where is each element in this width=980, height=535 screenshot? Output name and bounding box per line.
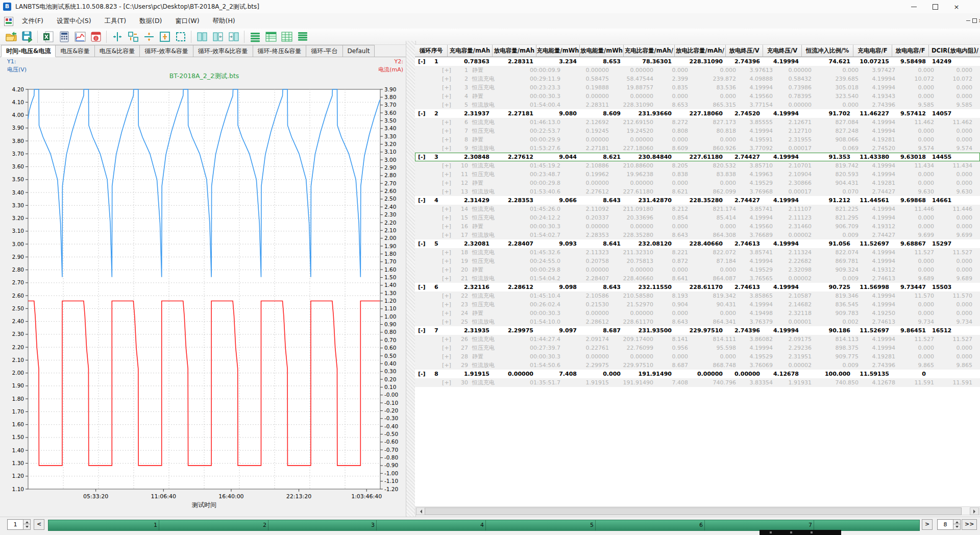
expand-icon[interactable]: [+] <box>440 205 453 213</box>
expand-icon[interactable]: [+] <box>440 213 453 222</box>
header-cell-7[interactable]: 放电终压/V <box>726 45 763 57</box>
tab-2[interactable]: 电压&比容量 <box>94 45 140 57</box>
expand-icon[interactable]: [+] <box>440 318 453 326</box>
tab-default[interactable]: Default <box>342 45 375 57</box>
step-row[interactable]: [+]29恒流放电01:54:50.62.29975229.975108.687… <box>415 361 980 370</box>
tab-4[interactable]: 循环-效率&比容量 <box>193 45 253 57</box>
expand-icon[interactable]: [+] <box>440 83 453 92</box>
step-row[interactable]: [+]15恒压充电00:24:12.20.2033720.336960.8548… <box>415 213 980 222</box>
step-row[interactable]: [+]27恒压充电00:27:39.70.2276122.760990.9569… <box>415 344 980 352</box>
tab-1[interactable]: 电压&容量 <box>55 45 94 57</box>
expand-icon[interactable]: [+] <box>440 170 453 179</box>
collapse-icon[interactable]: [-] <box>418 196 429 205</box>
expand-icon[interactable]: [+] <box>440 231 453 239</box>
right-spinner-down-icon[interactable] <box>953 524 961 530</box>
header-cell-0[interactable]: 循环序号 <box>415 45 448 57</box>
expand-icon[interactable]: [+] <box>440 161 453 170</box>
step-row[interactable]: [+]9恒流放电01:53:27.62.27181227.180608.6098… <box>415 144 980 153</box>
step-row[interactable]: [+]5恒流放电01:54:00.42.28311228.310908.6538… <box>415 101 980 109</box>
step-row[interactable]: [+]20静置00:00:29.80.000000.000000.0000.00… <box>415 265 980 274</box>
expand-icon[interactable]: [+] <box>440 335 453 344</box>
right-cycle-spinner[interactable]: 8 <box>937 519 953 530</box>
step-row[interactable]: [+]13恒流放电01:53:40.62.27612227.611808.621… <box>415 187 980 196</box>
prev-page-button[interactable]: < <box>34 519 44 530</box>
cycle-row[interactable]: [-]81.919150.000007.4080.000191.914900.0… <box>415 370 980 378</box>
expand-icon[interactable]: [+] <box>440 309 453 318</box>
cycle-row[interactable]: [-]62.321162.286129.0988.643232.11550228… <box>415 283 980 291</box>
tab-6[interactable]: 循环-平台 <box>306 45 342 57</box>
tab-3[interactable]: 循环-效率&容量 <box>139 45 193 57</box>
step-row[interactable]: [+]16静置00:00:30.30.000000.000000.0000.00… <box>415 222 980 231</box>
expand-icon[interactable]: [+] <box>440 179 453 187</box>
header-cell-9[interactable]: 恒流冲入比例/% <box>802 45 853 57</box>
step-row[interactable]: [+]3恒压充电00:23:23.30.1988819.887570.83583… <box>415 83 980 92</box>
step-row[interactable]: [+]6恒流充电01:46:13.02.12692212.691508.2728… <box>415 118 980 127</box>
step-row[interactable]: [+]14恒流充电01:45:26.02.11092211.091808.212… <box>415 205 980 213</box>
cycle-row[interactable]: [-]52.320812.284079.0938.641232.08120228… <box>415 239 980 248</box>
step-row[interactable]: [+]24静置00:00:30.30.000000.000000.0000.00… <box>415 309 980 318</box>
cycle-row[interactable]: [-]72.319352.299759.0978.687231.93500229… <box>415 326 980 335</box>
header-cell-3[interactable]: 充电能量/mWh <box>536 45 580 57</box>
step-row[interactable]: [+]26恒流充电01:44:27.42.09174209.174008.141… <box>415 335 980 344</box>
expand-icon[interactable]: [+] <box>440 257 453 265</box>
header-cell-10[interactable]: 充电电容/F <box>853 45 892 57</box>
step-row[interactable]: [+]12静置00:00:29.80.000000.000000.0000.00… <box>415 179 980 187</box>
header-cell-4[interactable]: 放电能量/mWh <box>580 45 624 57</box>
expand-icon[interactable]: [+] <box>440 291 453 300</box>
left-spinner-down-icon[interactable] <box>23 524 31 530</box>
panel-splitter[interactable] <box>406 41 416 517</box>
table-horizontal-scrollbar[interactable] <box>415 506 980 515</box>
expand-icon[interactable]: [+] <box>440 222 453 231</box>
expand-icon[interactable]: [+] <box>440 361 453 370</box>
cycle-row[interactable]: [-]10.783632.283113.2348.65378.36301228.… <box>415 57 980 66</box>
step-row[interactable]: [+]4静置00:00:30.30.000000.000000.0000.000… <box>415 92 980 101</box>
step-row[interactable]: [+]21恒流放电01:54:04.22.28407228.406608.641… <box>415 274 980 283</box>
expand-icon[interactable]: [+] <box>440 352 453 361</box>
next-page-button[interactable]: > <box>922 519 933 530</box>
step-row[interactable]: [+]2恒流充电00:29:11.90.5847558.475442.39923… <box>415 75 980 83</box>
expand-icon[interactable]: [+] <box>440 75 453 83</box>
cycle-row[interactable]: [-]42.314292.283539.0668.643231.42870228… <box>415 196 980 205</box>
expand-icon[interactable]: [+] <box>440 144 453 153</box>
step-row[interactable]: [+]1静置00:00:09.90.000000.000000.0000.000… <box>415 66 980 75</box>
step-row[interactable]: [+]11恒压充电00:23:48.70.1996219.962380.8388… <box>415 170 980 179</box>
step-row[interactable]: [+]7恒压充电00:22:53.70.1924519.245200.80880… <box>415 127 980 135</box>
close-icon[interactable]: × <box>946 0 967 13</box>
expand-icon[interactable]: [+] <box>440 344 453 352</box>
step-row[interactable]: [+]28静置00:00:30.30.000000.000000.0000.00… <box>415 352 980 361</box>
step-row[interactable]: [+]10恒流充电01:45:19.22.10886210.886008.205… <box>415 161 980 170</box>
expand-icon[interactable]: [+] <box>440 66 453 75</box>
header-cell-5[interactable]: 充电比容量/mAh/ <box>624 45 675 57</box>
expand-icon[interactable]: [+] <box>440 265 453 274</box>
expand-icon[interactable]: [+] <box>440 135 453 144</box>
header-cell-1[interactable]: 充电容量/mAh <box>448 45 493 57</box>
left-cycle-spinner[interactable]: 1 <box>7 519 23 530</box>
header-cell-6[interactable]: 放电比容量/mAh/ <box>675 45 726 57</box>
expand-icon[interactable]: [+] <box>440 92 453 101</box>
collapse-icon[interactable]: [-] <box>418 109 429 118</box>
expand-icon[interactable]: [+] <box>440 378 453 387</box>
tab-5[interactable]: 循环-终压&容量 <box>253 45 307 57</box>
scroll-right-icon[interactable] <box>970 507 979 515</box>
doc-close-icon[interactable]: × <box>974 15 980 26</box>
step-row[interactable]: [+]22恒流充电01:45:10.42.10586210.585808.193… <box>415 291 980 300</box>
collapse-icon[interactable]: [-] <box>418 370 429 378</box>
cycle-range-bar[interactable]: 1234567 <box>48 520 920 531</box>
expand-icon[interactable]: [+] <box>440 248 453 257</box>
scroll-left-icon[interactable] <box>416 507 425 515</box>
expand-icon[interactable]: [+] <box>440 300 453 309</box>
collapse-icon[interactable]: [-] <box>418 239 429 248</box>
step-row[interactable]: [+]25恒流放电01:54:10.02.28612228.611708.643… <box>415 318 980 326</box>
collapse-icon[interactable]: [-] <box>418 283 429 291</box>
step-row[interactable]: [+]17恒流放电01:54:02.72.28353228.352808.643… <box>415 231 980 239</box>
collapse-icon[interactable]: [-] <box>418 57 429 66</box>
expand-icon[interactable]: [+] <box>440 118 453 127</box>
collapse-icon[interactable]: [-] <box>418 153 429 161</box>
expand-icon[interactable]: [+] <box>440 101 453 109</box>
expand-icon[interactable]: [+] <box>440 187 453 196</box>
restore-icon[interactable] <box>925 0 945 13</box>
expand-icon[interactable]: [+] <box>440 127 453 135</box>
header-cell-2[interactable]: 放电容量/mAh <box>493 45 536 57</box>
step-row[interactable]: [+]19恒压充电00:24:55.00.2075820.758130.8728… <box>415 257 980 265</box>
header-cell-11[interactable]: 放电电容/F <box>892 45 929 57</box>
